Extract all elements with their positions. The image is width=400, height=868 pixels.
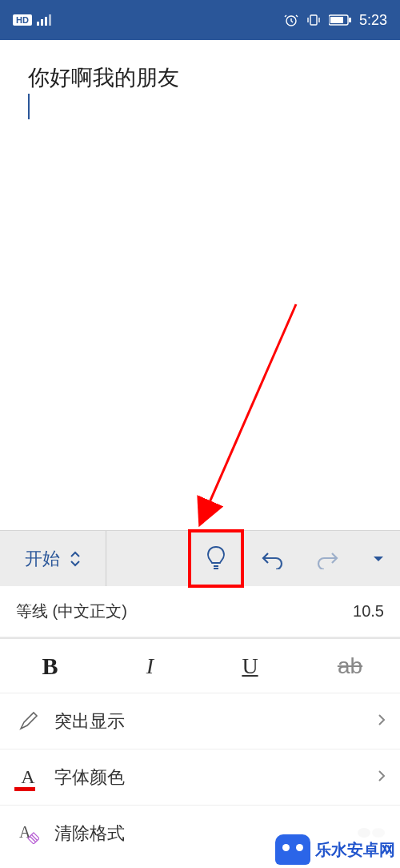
font-size: 10.5 <box>353 602 384 621</box>
caret-down-icon <box>372 555 385 563</box>
text-cursor <box>28 94 30 119</box>
status-left: HD <box>13 14 51 26</box>
watermark-text: 乐水安卓网 <box>315 839 395 861</box>
svg-rect-7 <box>349 18 351 22</box>
ribbon-tab-home[interactable]: 开始 <box>0 531 106 586</box>
font-info-row[interactable]: 等线 (中文正文) 10.5 <box>0 586 400 637</box>
svg-text:A: A <box>19 823 31 841</box>
ribbon-tab-label: 开始 <box>25 547 60 571</box>
font-color-row[interactable]: A 字体颜色 <box>0 749 400 806</box>
ribbon-dropdown-button[interactable] <box>356 531 400 586</box>
underline-button[interactable]: U <box>200 653 300 679</box>
document-editor[interactable]: 你好啊我的朋友 <box>0 40 400 530</box>
alarm-icon <box>284 13 298 27</box>
undo-icon <box>260 549 284 569</box>
document-text[interactable]: 你好啊我的朋友 <box>28 64 372 92</box>
svg-rect-3 <box>49 14 51 26</box>
lightbulb-icon <box>206 545 226 573</box>
site-watermark: 乐水安卓网 <box>275 834 395 865</box>
font-color-label: 字体颜色 <box>54 766 365 790</box>
svg-line-9 <box>202 304 296 520</box>
status-right: 5:23 <box>284 12 387 29</box>
clear-format-icon: A <box>14 823 42 844</box>
undo-button[interactable] <box>244 531 300 586</box>
italic-button[interactable]: I <box>100 653 200 679</box>
bold-button[interactable]: B <box>0 653 100 680</box>
highlight-pen-icon <box>14 711 42 732</box>
svg-rect-5 <box>310 15 317 25</box>
highlight-label: 突出显示 <box>54 709 365 733</box>
svg-rect-1 <box>41 19 43 26</box>
vibrate-icon <box>306 13 321 27</box>
ribbon-spacer <box>106 531 188 586</box>
redo-button[interactable] <box>300 531 356 586</box>
svg-rect-0 <box>37 22 39 26</box>
format-style-row: B I U ab <box>0 637 400 693</box>
robot-icon <box>275 834 310 865</box>
hd-badge: HD <box>13 14 32 26</box>
font-color-icon: A <box>14 766 42 788</box>
chevron-updown-icon <box>70 551 81 567</box>
annotation-arrow <box>0 40 400 601</box>
signal-icon <box>37 14 51 26</box>
highlight-row[interactable]: 突出显示 <box>0 693 400 749</box>
ribbon-toolbar: 开始 <box>0 530 400 586</box>
chevron-right-icon <box>378 712 386 730</box>
battery-icon <box>329 14 351 26</box>
tell-me-button[interactable] <box>188 531 244 586</box>
chevron-right-icon <box>378 768 386 786</box>
redo-icon <box>316 549 340 569</box>
svg-rect-8 <box>330 17 343 23</box>
strikethrough-button[interactable]: ab <box>300 653 400 679</box>
status-time: 5:23 <box>359 12 387 29</box>
font-name: 等线 (中文正文) <box>16 601 127 622</box>
svg-rect-2 <box>45 17 47 26</box>
android-status-bar: HD 5:23 <box>0 0 400 40</box>
